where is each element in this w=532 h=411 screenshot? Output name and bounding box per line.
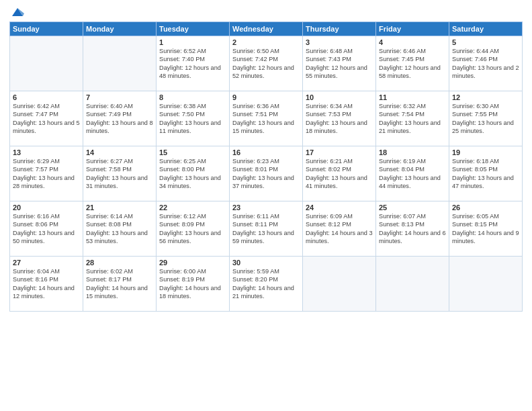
- calendar-cell: [10, 36, 83, 91]
- day-number: 30: [232, 259, 300, 267]
- day-number: 17: [306, 148, 373, 156]
- calendar-cell: [376, 257, 449, 312]
- calendar-cell: 13Sunrise: 6:29 AMSunset: 7:57 PMDayligh…: [10, 146, 83, 201]
- calendar-cell: 26Sunrise: 6:05 AMSunset: 8:15 PMDayligh…: [449, 201, 523, 257]
- calendar-cell: 22Sunrise: 6:12 AMSunset: 8:09 PMDayligh…: [157, 201, 230, 257]
- day-number: 21: [86, 203, 153, 212]
- calendar-cell: 12Sunrise: 6:30 AMSunset: 7:55 PMDayligh…: [449, 91, 523, 146]
- day-number: 14: [86, 148, 153, 156]
- calendar-table: SundayMondayTuesdayWednesdayThursdayFrid…: [9, 21, 523, 312]
- calendar-cell: 5Sunrise: 6:44 AMSunset: 7:46 PMDaylight…: [449, 36, 523, 91]
- day-number: 6: [13, 93, 80, 101]
- day-number: 12: [452, 93, 519, 101]
- calendar-week-row: 20Sunrise: 6:16 AMSunset: 8:06 PMDayligh…: [10, 201, 523, 257]
- day-info: Sunrise: 6:36 AMSunset: 7:51 PMDaylight:…: [232, 102, 300, 136]
- day-info: Sunrise: 6:52 AMSunset: 7:40 PMDaylight:…: [159, 47, 226, 81]
- day-number: 22: [159, 203, 226, 212]
- calendar-cell: 4Sunrise: 6:46 AMSunset: 7:45 PMDaylight…: [376, 36, 449, 91]
- day-info: Sunrise: 6:23 AMSunset: 8:01 PMDaylight:…: [232, 157, 300, 191]
- day-info: Sunrise: 6:25 AMSunset: 8:00 PMDaylight:…: [159, 157, 226, 191]
- day-number: 23: [232, 203, 300, 212]
- day-number: 3: [306, 38, 373, 46]
- logo-icon: [11, 7, 24, 17]
- weekday-header-monday: Monday: [83, 22, 157, 36]
- calendar-cell: 15Sunrise: 6:25 AMSunset: 8:00 PMDayligh…: [157, 146, 230, 201]
- day-number: 5: [452, 38, 519, 46]
- day-info: Sunrise: 6:16 AMSunset: 8:06 PMDaylight:…: [13, 212, 80, 246]
- day-number: 7: [86, 93, 153, 101]
- day-info: Sunrise: 6:09 AMSunset: 8:12 PMDaylight:…: [306, 212, 373, 246]
- calendar-cell: [449, 257, 523, 312]
- calendar-cell: 2Sunrise: 6:50 AMSunset: 7:42 PMDaylight…: [230, 36, 303, 91]
- calendar-cell: 16Sunrise: 6:23 AMSunset: 8:01 PMDayligh…: [230, 146, 303, 201]
- day-number: 29: [159, 259, 226, 267]
- day-info: Sunrise: 6:38 AMSunset: 7:50 PMDaylight:…: [159, 102, 226, 136]
- calendar-week-row: 27Sunrise: 6:04 AMSunset: 8:16 PMDayligh…: [10, 257, 523, 312]
- calendar-cell: 8Sunrise: 6:38 AMSunset: 7:50 PMDaylight…: [157, 91, 230, 146]
- day-info: Sunrise: 5:59 AMSunset: 8:20 PMDaylight:…: [232, 267, 300, 301]
- calendar-cell: 11Sunrise: 6:32 AMSunset: 7:54 PMDayligh…: [376, 91, 449, 146]
- day-info: Sunrise: 6:04 AMSunset: 8:16 PMDaylight:…: [13, 267, 80, 301]
- calendar-cell: 18Sunrise: 6:19 AMSunset: 8:04 PMDayligh…: [376, 146, 449, 201]
- weekday-header-wednesday: Wednesday: [230, 22, 303, 36]
- calendar-cell: 20Sunrise: 6:16 AMSunset: 8:06 PMDayligh…: [10, 201, 83, 257]
- calendar-cell: 27Sunrise: 6:04 AMSunset: 8:16 PMDayligh…: [10, 257, 83, 312]
- calendar-cell: 29Sunrise: 6:00 AMSunset: 8:19 PMDayligh…: [157, 257, 230, 312]
- day-info: Sunrise: 6:48 AMSunset: 7:43 PMDaylight:…: [306, 47, 373, 81]
- calendar-cell: 10Sunrise: 6:34 AMSunset: 7:53 PMDayligh…: [303, 91, 376, 146]
- day-info: Sunrise: 6:42 AMSunset: 7:47 PMDaylight:…: [13, 102, 80, 136]
- day-number: 20: [13, 203, 80, 212]
- header: [9, 7, 523, 17]
- day-info: Sunrise: 6:34 AMSunset: 7:53 PMDaylight:…: [306, 102, 373, 136]
- day-info: Sunrise: 6:18 AMSunset: 8:05 PMDaylight:…: [452, 157, 519, 191]
- day-info: Sunrise: 6:46 AMSunset: 7:45 PMDaylight:…: [379, 47, 446, 81]
- day-info: Sunrise: 6:30 AMSunset: 7:55 PMDaylight:…: [452, 102, 519, 136]
- calendar-cell: 1Sunrise: 6:52 AMSunset: 7:40 PMDaylight…: [157, 36, 230, 91]
- day-number: 11: [379, 93, 446, 101]
- day-info: Sunrise: 6:27 AMSunset: 7:58 PMDaylight:…: [86, 157, 153, 191]
- calendar-cell: [83, 36, 157, 91]
- day-info: Sunrise: 6:14 AMSunset: 8:08 PMDaylight:…: [86, 212, 153, 246]
- calendar-cell: 9Sunrise: 6:36 AMSunset: 7:51 PMDaylight…: [230, 91, 303, 146]
- day-info: Sunrise: 6:05 AMSunset: 8:15 PMDaylight:…: [452, 212, 519, 246]
- day-number: 24: [306, 203, 373, 212]
- calendar-cell: 25Sunrise: 6:07 AMSunset: 8:13 PMDayligh…: [376, 201, 449, 257]
- day-info: Sunrise: 6:02 AMSunset: 8:17 PMDaylight:…: [86, 267, 153, 301]
- calendar-week-row: 1Sunrise: 6:52 AMSunset: 7:40 PMDaylight…: [10, 36, 523, 91]
- calendar-cell: 30Sunrise: 5:59 AMSunset: 8:20 PMDayligh…: [230, 257, 303, 312]
- day-number: 8: [159, 93, 226, 101]
- day-info: Sunrise: 6:21 AMSunset: 8:02 PMDaylight:…: [306, 157, 373, 191]
- calendar-cell: 17Sunrise: 6:21 AMSunset: 8:02 PMDayligh…: [303, 146, 376, 201]
- calendar-cell: 7Sunrise: 6:40 AMSunset: 7:49 PMDaylight…: [83, 91, 157, 146]
- day-number: 9: [232, 93, 300, 101]
- logo: [9, 7, 24, 17]
- day-number: 16: [232, 148, 300, 156]
- calendar-cell: 21Sunrise: 6:14 AMSunset: 8:08 PMDayligh…: [83, 201, 157, 257]
- day-number: 2: [232, 38, 300, 46]
- calendar-cell: 6Sunrise: 6:42 AMSunset: 7:47 PMDaylight…: [10, 91, 83, 146]
- calendar-cell: 14Sunrise: 6:27 AMSunset: 7:58 PMDayligh…: [83, 146, 157, 201]
- day-info: Sunrise: 6:12 AMSunset: 8:09 PMDaylight:…: [159, 212, 226, 246]
- weekday-header-thursday: Thursday: [303, 22, 376, 36]
- calendar-cell: 3Sunrise: 6:48 AMSunset: 7:43 PMDaylight…: [303, 36, 376, 91]
- day-number: 18: [379, 148, 446, 156]
- day-number: 28: [86, 259, 153, 267]
- day-info: Sunrise: 6:50 AMSunset: 7:42 PMDaylight:…: [232, 47, 300, 81]
- day-info: Sunrise: 6:11 AMSunset: 8:11 PMDaylight:…: [232, 212, 300, 246]
- calendar-week-row: 13Sunrise: 6:29 AMSunset: 7:57 PMDayligh…: [10, 146, 523, 201]
- day-info: Sunrise: 6:32 AMSunset: 7:54 PMDaylight:…: [379, 102, 446, 136]
- weekday-header-saturday: Saturday: [449, 22, 523, 36]
- weekday-header-tuesday: Tuesday: [157, 22, 230, 36]
- day-number: 19: [452, 148, 519, 156]
- calendar-cell: 24Sunrise: 6:09 AMSunset: 8:12 PMDayligh…: [303, 201, 376, 257]
- day-info: Sunrise: 6:44 AMSunset: 7:46 PMDaylight:…: [452, 47, 519, 81]
- day-number: 26: [452, 203, 519, 212]
- day-info: Sunrise: 6:07 AMSunset: 8:13 PMDaylight:…: [379, 212, 446, 246]
- day-number: 27: [13, 259, 80, 267]
- day-number: 1: [159, 38, 226, 46]
- day-info: Sunrise: 6:40 AMSunset: 7:49 PMDaylight:…: [86, 102, 153, 136]
- page: SundayMondayTuesdayWednesdayThursdayFrid…: [0, 0, 532, 411]
- day-number: 10: [306, 93, 373, 101]
- weekday-header-sunday: Sunday: [10, 22, 83, 36]
- day-number: 25: [379, 203, 446, 212]
